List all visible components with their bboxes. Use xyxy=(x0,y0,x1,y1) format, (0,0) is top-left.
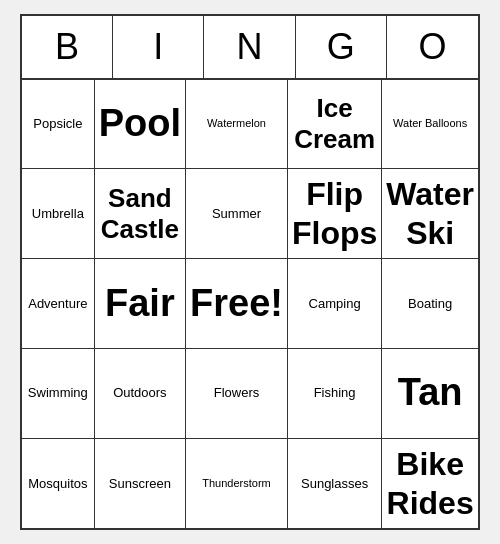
cell-label: Popsicle xyxy=(33,116,82,132)
bingo-cell: Water Ski xyxy=(382,169,478,259)
bingo-header: BINGO xyxy=(22,16,478,80)
cell-label: Water Balloons xyxy=(393,117,467,130)
cell-label: Tan xyxy=(398,370,463,416)
bingo-cell: Camping xyxy=(288,259,382,349)
header-letter-g: G xyxy=(296,16,387,78)
cell-label: Outdoors xyxy=(113,385,166,401)
cell-label: Sand Castle xyxy=(99,183,181,245)
bingo-cell: Adventure xyxy=(22,259,95,349)
bingo-cell: Boating xyxy=(382,259,478,349)
cell-label: Thunderstorm xyxy=(202,477,270,490)
cell-label: Ice Cream xyxy=(292,93,377,155)
cell-label: Bike Rides xyxy=(386,445,474,522)
bingo-cell: Sunglasses xyxy=(288,439,382,529)
bingo-cell: Flowers xyxy=(186,349,288,439)
bingo-cell: Bike Rides xyxy=(382,439,478,529)
cell-label: Flip Flops xyxy=(292,175,377,252)
cell-label: Flowers xyxy=(214,385,260,401)
bingo-cell: Pool xyxy=(95,80,186,170)
cell-label: Fair xyxy=(105,281,175,327)
bingo-cell: Sand Castle xyxy=(95,169,186,259)
bingo-cell: Summer xyxy=(186,169,288,259)
cell-label: Pool xyxy=(99,101,181,147)
bingo-cell: Watermelon xyxy=(186,80,288,170)
bingo-cell: Sunscreen xyxy=(95,439,186,529)
bingo-cell: Mosquitos xyxy=(22,439,95,529)
cell-label: Swimming xyxy=(28,385,88,401)
cell-label: Camping xyxy=(309,296,361,312)
bingo-grid: PopsiclePoolWatermelonIce CreamWater Bal… xyxy=(22,80,478,529)
bingo-cell: Swimming xyxy=(22,349,95,439)
header-letter-i: I xyxy=(113,16,204,78)
bingo-cell: Flip Flops xyxy=(288,169,382,259)
bingo-cell: Fair xyxy=(95,259,186,349)
header-letter-o: O xyxy=(387,16,478,78)
bingo-cell: Thunderstorm xyxy=(186,439,288,529)
bingo-card: BINGO PopsiclePoolWatermelonIce CreamWat… xyxy=(20,14,480,531)
cell-label: Mosquitos xyxy=(28,476,87,492)
cell-label: Summer xyxy=(212,206,261,222)
bingo-cell: Popsicle xyxy=(22,80,95,170)
cell-label: Fishing xyxy=(314,385,356,401)
cell-label: Free! xyxy=(190,281,283,327)
cell-label: Adventure xyxy=(28,296,87,312)
header-letter-b: B xyxy=(22,16,113,78)
bingo-cell: Free! xyxy=(186,259,288,349)
bingo-cell: Tan xyxy=(382,349,478,439)
cell-label: Water Ski xyxy=(386,175,474,252)
bingo-cell: Water Balloons xyxy=(382,80,478,170)
bingo-cell: Outdoors xyxy=(95,349,186,439)
cell-label: Sunscreen xyxy=(109,476,171,492)
header-letter-n: N xyxy=(204,16,295,78)
cell-label: Watermelon xyxy=(207,117,266,130)
bingo-cell: Umbrella xyxy=(22,169,95,259)
bingo-cell: Fishing xyxy=(288,349,382,439)
cell-label: Umbrella xyxy=(32,206,84,222)
cell-label: Sunglasses xyxy=(301,476,368,492)
bingo-cell: Ice Cream xyxy=(288,80,382,170)
cell-label: Boating xyxy=(408,296,452,312)
